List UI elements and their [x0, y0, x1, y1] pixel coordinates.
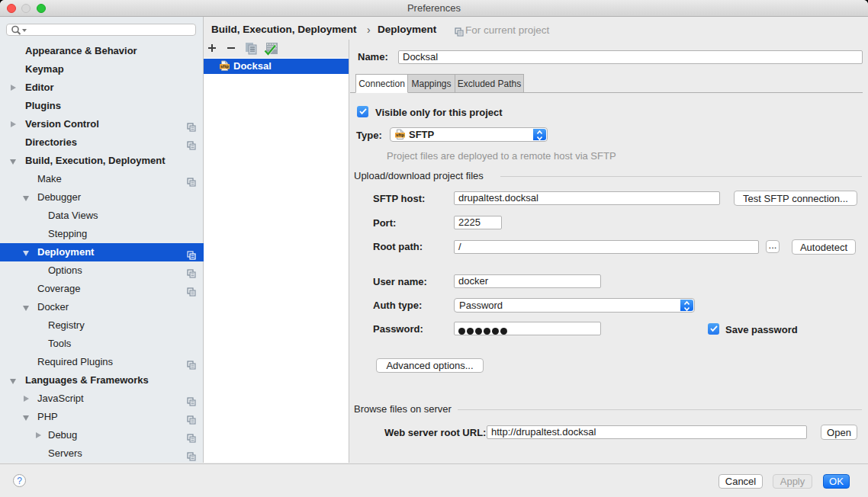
svg-text:sftp: sftp	[220, 64, 230, 69]
svg-text:sftp: sftp	[396, 133, 405, 137]
